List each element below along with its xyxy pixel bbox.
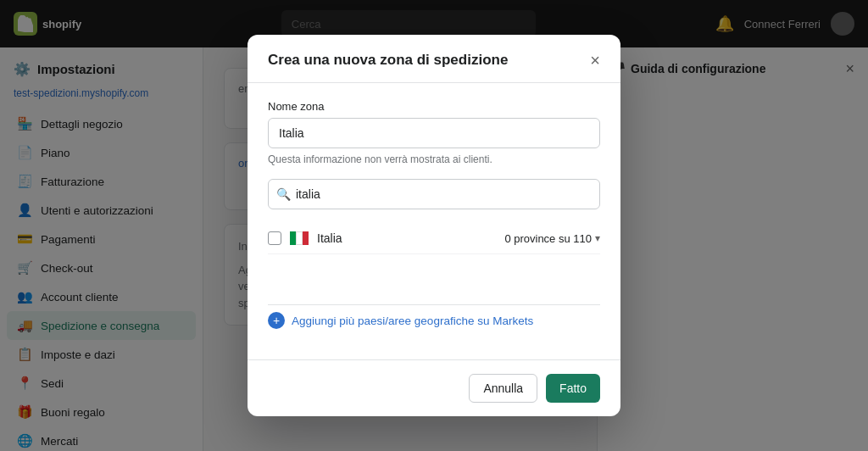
country-checkbox-italia[interactable] <box>268 231 281 245</box>
confirm-button[interactable]: Fatto <box>546 374 600 403</box>
add-markets-icon: + <box>268 312 285 329</box>
country-name-italia: Italia <box>317 231 342 245</box>
country-list: Italia 0 province su 110 ▾ <box>268 223 600 291</box>
provinces-text: 0 province su 110 <box>504 232 592 245</box>
country-left: Italia <box>268 231 342 245</box>
zone-name-group: Nome zona Questa informazione non verrà … <box>268 100 600 165</box>
zone-name-input[interactable] <box>268 118 600 148</box>
chevron-down-icon: ▾ <box>595 232 600 244</box>
modal-close-button[interactable]: × <box>590 52 600 69</box>
add-markets-link[interactable]: Aggiungi più paesi/aree geografiche su M… <box>292 315 533 327</box>
modal-title: Crea una nuova zona di spedizione <box>268 52 508 69</box>
country-item-italia: Italia 0 province su 110 ▾ <box>268 223 600 254</box>
modal-dialog: Crea una nuova zona di spedizione × Nome… <box>248 35 620 416</box>
search-group: 🔍 <box>268 179 600 209</box>
country-provinces[interactable]: 0 province su 110 ▾ <box>504 232 600 245</box>
modal-overlay: Crea una nuova zona di spedizione × Nome… <box>0 0 868 451</box>
modal-body: Nome zona Questa informazione non verrà … <box>248 83 620 359</box>
country-search-input[interactable] <box>268 179 600 209</box>
modal-header: Crea una nuova zona di spedizione × <box>248 35 620 83</box>
search-icon: 🔍 <box>276 187 291 201</box>
modal-footer: Annulla Fatto <box>248 359 620 416</box>
zone-name-hint: Questa informazione non verrà mostrata a… <box>268 153 600 165</box>
cancel-button[interactable]: Annulla <box>469 374 537 403</box>
add-markets-row: + Aggiungi più paesi/aree geografiche su… <box>268 304 600 342</box>
zone-name-label: Nome zona <box>268 100 600 113</box>
italy-flag <box>290 231 309 245</box>
